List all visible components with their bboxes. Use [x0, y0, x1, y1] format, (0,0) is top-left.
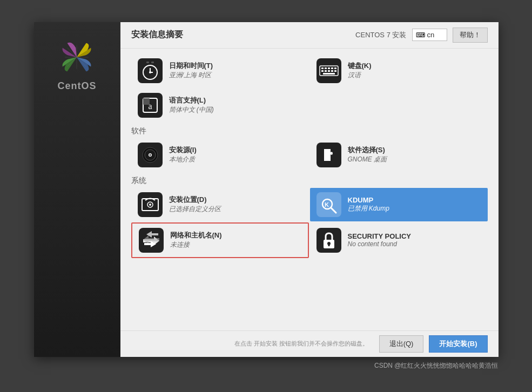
item-datetime[interactable]: 日期和时间(T) 亚洲/上海 时区 [131, 54, 309, 87]
kdump-text: KDUMP 已禁用 Kdump [348, 196, 389, 213]
header-right: CENTOS 7 安装 ⌨ cn 帮助！ [355, 28, 487, 43]
start-install-button[interactable]: 开始安装(B) [429, 335, 487, 353]
item-lang[interactable]: a 语言支持(L) 简体中文 (中国) [131, 89, 309, 122]
svg-rect-39 [316, 192, 341, 217]
item-software-select[interactable]: 软件选择(S) GNOME 桌面 [310, 138, 488, 172]
system-grid: 安装位置(D) 已选择自定义分区 [131, 188, 488, 258]
lang-title: 语言支持(L) [169, 96, 214, 105]
svg-rect-17 [331, 67, 333, 69]
lang-display: cn [427, 31, 443, 39]
install-dest-icon [138, 192, 163, 217]
svg-point-33 [149, 154, 151, 156]
svg-rect-18 [334, 67, 336, 69]
header: 安装信息摘要 CENTOS 7 安装 ⌨ cn 帮助！ [120, 22, 499, 49]
network-text: 网络和主机名(N) 未连接 [170, 231, 222, 249]
svg-rect-47 [328, 244, 329, 246]
software-section-label: 软件 [131, 126, 488, 136]
datetime-subtitle: 亚洲/上海 时区 [169, 71, 213, 80]
install-dest-title: 安装位置(D) [169, 195, 221, 205]
item-install-dest[interactable]: 安装位置(D) 已选择自定义分区 [131, 188, 309, 221]
svg-rect-10 [146, 62, 149, 63]
svg-rect-22 [331, 70, 333, 72]
kdump-title: KDUMP [348, 196, 389, 204]
software-select-title: 软件选择(S) [348, 145, 387, 155]
software-grid: 安装源(I) 本地介质 [131, 138, 488, 172]
brand-label: CentOS [57, 80, 96, 92]
lang-subtitle: 简体中文 (中国) [169, 105, 214, 114]
install-source-text: 安装源(I) 本地介质 [169, 145, 197, 164]
svg-rect-16 [328, 67, 330, 69]
datetime-title: 日期和时间(T) [169, 61, 213, 71]
item-install-source[interactable]: 安装源(I) 本地介质 [131, 138, 309, 172]
install-source-icon [138, 143, 163, 167]
security-text: SECURITY POLICY No content found [348, 232, 412, 248]
svg-rect-15 [325, 67, 327, 69]
svg-rect-28 [143, 98, 150, 105]
keyboard-small-icon: ⌨ [416, 31, 425, 39]
item-security[interactable]: SECURITY POLICY No content found [310, 222, 488, 258]
software-select-subtitle: GNOME 桌面 [348, 155, 387, 164]
install-dest-text: 安装位置(D) 已选择自定义分区 [169, 195, 221, 214]
sidebar: CentOS [34, 22, 120, 357]
svg-rect-20 [325, 70, 327, 72]
system-section-label: 系统 [131, 176, 488, 186]
item-network[interactable]: 网络和主机名(N) 未连接 [131, 222, 309, 258]
exit-button[interactable]: 退出(Q) [379, 335, 424, 353]
security-subtitle: No content found [348, 240, 412, 248]
network-subtitle: 未连接 [170, 240, 222, 249]
keyboard-title: 键盘(K) [348, 61, 372, 71]
kdump-icon: K [316, 192, 341, 217]
keyboard-text: 键盘(K) 汉语 [348, 61, 372, 80]
svg-rect-19 [321, 70, 324, 72]
centos-logo: CentOS [57, 38, 96, 92]
centos-logo-icon [58, 38, 96, 76]
lang-input-wrapper: ⌨ cn [412, 29, 447, 41]
bottom-credit: CSDN @红红火火恍恍惚惚哈哈哈哈黄浩恒 [34, 361, 499, 370]
svg-point-9 [149, 71, 151, 73]
security-icon [316, 228, 341, 253]
install-source-subtitle: 本地介质 [169, 155, 197, 164]
svg-point-38 [149, 204, 151, 206]
lang-icon: a [138, 93, 163, 118]
item-kdump[interactable]: K KDUMP 已禁用 Kdump [310, 188, 488, 221]
svg-rect-23 [334, 70, 336, 72]
page-title: 安装信息摘要 [131, 29, 183, 40]
help-button[interactable]: 帮助！ [453, 28, 488, 43]
datetime-text: 日期和时间(T) 亚洲/上海 时区 [169, 61, 213, 80]
install-dest-subtitle: 已选择自定义分区 [169, 205, 221, 214]
network-icon [139, 228, 164, 253]
software-select-text: 软件选择(S) GNOME 桌面 [348, 145, 387, 164]
svg-rect-24 [323, 73, 335, 75]
main-window: CentOS 安装信息摘要 CENTOS 7 安装 ⌨ cn 帮助！ [34, 22, 499, 357]
body-area: 日期和时间(T) 亚洲/上海 时区 [120, 49, 499, 330]
lang-text: 语言支持(L) 简体中文 (中国) [169, 96, 214, 114]
svg-rect-14 [321, 67, 324, 69]
footer: 在点击 开始安装 按钮前我们并不会操作您的磁盘。 退出(Q) 开始安装(B) [120, 330, 499, 357]
datetime-icon [138, 58, 163, 83]
svg-rect-21 [328, 70, 330, 72]
localization-grid: 日期和时间(T) 亚洲/上海 时区 [131, 54, 488, 122]
centos-version: CENTOS 7 安装 [355, 30, 406, 40]
keyboard-icon [316, 58, 341, 83]
item-keyboard[interactable]: 键盘(K) 汉语 [310, 54, 488, 87]
keyboard-subtitle: 汉语 [348, 71, 372, 80]
svg-rect-11 [151, 62, 154, 63]
kdump-subtitle: 已禁用 Kdump [348, 204, 389, 213]
content-area: 安装信息摘要 CENTOS 7 安装 ⌨ cn 帮助！ [120, 22, 499, 357]
outer-container: CentOS 安装信息摘要 CENTOS 7 安装 ⌨ cn 帮助！ [0, 0, 532, 392]
install-source-title: 安装源(I) [169, 145, 197, 155]
footer-note: 在点击 开始安装 按钮前我们并不会操作您的磁盘。 [131, 340, 374, 348]
network-title: 网络和主机名(N) [170, 231, 222, 240]
software-select-icon [316, 143, 341, 167]
svg-text:K: K [325, 201, 329, 208]
security-title: SECURITY POLICY [348, 232, 412, 240]
